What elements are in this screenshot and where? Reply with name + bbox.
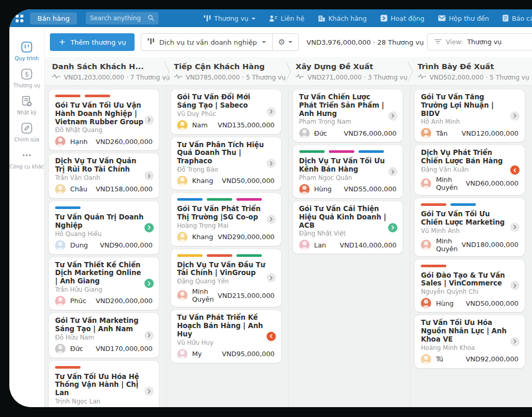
- sidebar-item-thuong-vu[interactable]: $Thương vụ: [9, 68, 44, 88]
- tag-row: [55, 366, 153, 369]
- overdue-chevron-icon[interactable]: [267, 332, 276, 341]
- nav-item-bao-cao[interactable]: Báo cáo: [502, 15, 532, 22]
- deal-card[interactable]: Gói Tư Vấn Tối Ưu Vận Hành Doanh Nghiệp …: [49, 89, 159, 150]
- deal-amount: VND90,000,000: [100, 241, 152, 249]
- stage-stats: VND1,203,000,000 · 7 Thương vụ: [52, 73, 164, 81]
- deal-amount: VND60,000,000: [466, 179, 518, 187]
- deal-card[interactable]: Tư Vấn Phát Triển Kế Hoạch Bán Hàng | An…: [171, 310, 281, 362]
- deal-card[interactable]: Gói Tư Vấn Tăng Trưởng Lợi Nhuận | BIDVH…: [415, 89, 525, 142]
- open-deal-chevron-icon[interactable]: [144, 223, 154, 232]
- sidebar-item-quy-trinh[interactable]: Quy trình: [9, 41, 44, 61]
- global-search[interactable]: [86, 12, 158, 24]
- sidebar-item-cong-cu-khac[interactable]: Công cụ khác: [9, 149, 44, 170]
- deal-card[interactable]: Tư Vấn Thiết Kế Chiến Dịch Marketing Onl…: [49, 257, 159, 310]
- deal-card[interactable]: Tư Vấn Quản Trị Doanh NghiệpHồ Quang Hiế…: [49, 201, 159, 254]
- overdue-chevron-icon[interactable]: [510, 165, 520, 175]
- stage-stats-text: VND1,203,000,000 · 7 Thương vụ: [64, 74, 170, 81]
- open-deal-chevron-icon[interactable]: [144, 331, 154, 340]
- tag-blue: [450, 203, 476, 206]
- deal-title: Gói Tư Vấn Đổi Mới Sáng Tạo | Sabeco: [177, 93, 275, 110]
- deal-card[interactable]: Tư Vấn Phân Tích Hiệu Quả Doanh Thu | Tr…: [171, 137, 281, 190]
- deal-card[interactable]: Dịch Vụ Tư Vấn Quản Trị Rủi Ro Tài Chính…: [49, 153, 159, 198]
- nav-item-hop-thu-den[interactable]: Hộp thư đến: [438, 15, 489, 22]
- add-deal-button[interactable]: + Thêm thương vụ: [50, 33, 135, 51]
- open-deal-chevron-icon[interactable]: [267, 159, 276, 168]
- nav-item-label: Thương vụ: [214, 15, 248, 22]
- deal-card[interactable]: Gói Tư Vấn Marketing Sáng Tạo | Anh NamĐ…: [49, 313, 159, 358]
- stage-title: Tiếp Cận Khách Hàng: [174, 62, 286, 71]
- open-deal-chevron-icon[interactable]: [267, 107, 276, 116]
- deal-amount: VND200,000,000: [96, 297, 153, 305]
- view-label: View:: [446, 38, 463, 46]
- deal-card[interactable]: Tư Vấn Tối Ưu Hóa Nguồn Nhân Lực | Anh K…: [415, 315, 525, 368]
- deal-amount: VND290,000,000: [218, 233, 275, 241]
- tag-row: [299, 150, 397, 153]
- open-deal-chevron-icon[interactable]: [510, 111, 520, 121]
- deal-footer: KhangVND50,000,000: [177, 176, 275, 186]
- open-deal-chevron-icon[interactable]: [144, 171, 154, 180]
- edit-icon: [21, 122, 33, 134]
- open-deal-chevron-icon[interactable]: [388, 167, 397, 176]
- deal-card[interactable]: Gói Tư Vấn Đổi Mới Sáng Tạo | SabecoVũ D…: [171, 89, 281, 134]
- stage-stats: VND502,000,000 · 5 Thương vụ: [418, 73, 529, 81]
- nav-item-hoat-dong[interactable]: Hoạt động: [380, 15, 424, 22]
- plus-icon: +: [59, 38, 65, 46]
- deal-title: Gói Tư Vấn Marketing Sáng Tạo | Anh Nam: [55, 317, 153, 333]
- deal-card[interactable]: Tư Vấn Chiến Lược Phát Triển Sản Phẩm | …: [293, 89, 403, 142]
- pipeline-dropdown[interactable]: Dịch vụ tư vấn doanh nghiệp: [141, 34, 272, 50]
- stage-header-1: Danh Sách Khách H...VND1,203,000,000 · 7…: [45, 57, 167, 85]
- deal-card[interactable]: Dịch Vụ Tư Vấn Tối Ưu Kênh Bán HàngPhạm …: [293, 145, 403, 198]
- avatar: [177, 349, 188, 359]
- open-deal-chevron-icon[interactable]: [267, 215, 276, 224]
- deal-contact-name: Trịnh Ngọc Lan: [55, 398, 153, 405]
- open-deal-chevron-icon[interactable]: [510, 223, 520, 232]
- deal-footer: LanVND140,000,000: [299, 240, 397, 250]
- avatar: [421, 298, 431, 308]
- open-deal-chevron-icon[interactable]: [144, 115, 154, 125]
- nav-item-lien-he[interactable]: Liên hệ: [269, 15, 304, 22]
- open-deal-chevron-icon[interactable]: [144, 279, 154, 288]
- sidebar-item-nhat-ky[interactable]: Nhật ký: [9, 95, 44, 115]
- nav-item-label: Hộp thư đến: [449, 15, 489, 22]
- tag-row: [177, 198, 275, 201]
- pulse-icon: [174, 73, 182, 81]
- board-settings-dropdown[interactable]: ⚙: [273, 34, 298, 50]
- contacts-icon: [269, 15, 277, 22]
- open-deal-chevron-icon[interactable]: [388, 111, 397, 121]
- deal-owner: Tân: [436, 129, 447, 137]
- deal-card[interactable]: Gói Tư Vấn Cải Thiện Hiệu Quả Kinh Doanh…: [293, 201, 403, 254]
- open-deal-chevron-icon[interactable]: [267, 273, 276, 282]
- nav-item-thuong-vu[interactable]: Thương vụ: [204, 15, 256, 22]
- deal-footer: TânVND120,000,000: [421, 128, 518, 138]
- tag-row: [421, 203, 518, 206]
- sidebar-item-chinh-sua[interactable]: Chỉnh sửa: [9, 122, 44, 142]
- tag-blue: [55, 206, 81, 209]
- open-deal-chevron-icon[interactable]: [510, 281, 520, 290]
- deal-card[interactable]: Tư Vấn Tối Ưu Hóa Hệ Thống Vận Hành | Ch…: [49, 361, 159, 407]
- deal-card[interactable]: Dịch Vụ Tư Vấn Đầu Tư Tài Chính | VinGro…: [171, 249, 281, 307]
- open-deal-chevron-icon[interactable]: [144, 386, 154, 396]
- tag-red: [85, 95, 110, 97]
- board-lanes: Gói Tư Vấn Tối Ưu Vận Hành Doanh Nghiệp …: [45, 86, 532, 407]
- deal-card[interactable]: Gói Tư Vấn Phát Triển Thị Trường |SG Co-…: [171, 193, 281, 246]
- deal-title: Gói Đào Tạo & Tư Vấn Sales | VinCommerce: [421, 271, 518, 288]
- view-selector[interactable]: View: Thương vụ: [427, 33, 532, 50]
- sidebar-item-label: Thương vụ: [14, 83, 41, 88]
- deal-title: Gói Tư Vấn Tối Ưu Vận Hành Doanh Nghiệp …: [55, 101, 153, 126]
- board-icon: [21, 41, 33, 53]
- search-input[interactable]: [90, 15, 148, 22]
- nav-item-khach-hang[interactable]: Khách hàng: [318, 15, 367, 22]
- tag-row: [55, 206, 153, 209]
- deal-owner: Minh Quyên: [192, 288, 218, 303]
- deal-owner: Châu: [70, 185, 87, 193]
- sidebar-item-label: Chỉnh sửa: [14, 137, 39, 142]
- app-launcher-icon[interactable]: [16, 15, 23, 22]
- deal-owner: Đức: [70, 345, 83, 353]
- deal-card[interactable]: Gói Đào Tạo & Tư Vấn Sales | VinCommerce…: [415, 259, 525, 312]
- open-deal-chevron-icon[interactable]: [388, 223, 397, 232]
- app-header-bar: Bán hàng Thương vụLiên hệKhách hàngHoạt …: [9, 9, 532, 27]
- deal-card[interactable]: Gói Tư Vấn Tối Ưu Chiến Lược MarketingVũ…: [415, 198, 525, 256]
- open-deal-chevron-icon[interactable]: [510, 337, 520, 346]
- module-title[interactable]: Bán hàng: [30, 12, 77, 24]
- deal-card[interactable]: Dịch Vụ Phát Triển Chiến Lược Bán HàngĐặ…: [415, 145, 525, 195]
